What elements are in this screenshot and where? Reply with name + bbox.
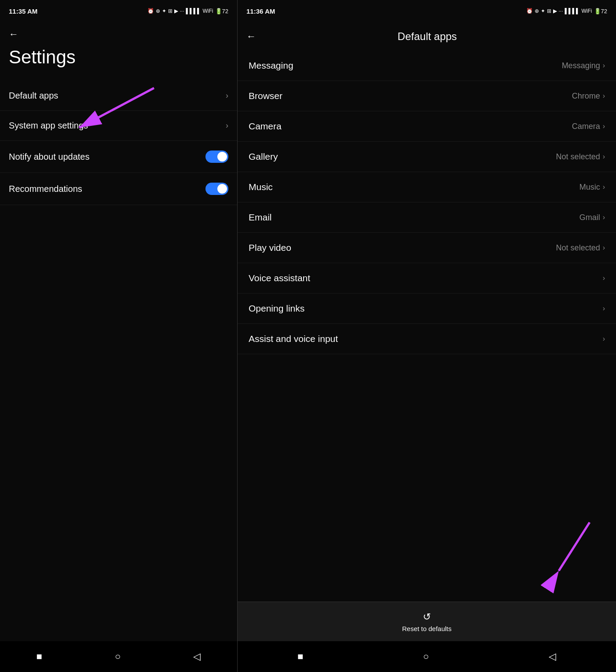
app-item-camera[interactable]: Camera Camera › (238, 111, 616, 142)
app-label-voice-assistant: Voice assistant (249, 273, 310, 283)
alarm-icon: ⏰ (147, 8, 154, 14)
app-value-email: Gmail (579, 213, 600, 222)
chevron-icon-email: › (603, 213, 605, 221)
app-value-music-container: Music › (579, 183, 605, 192)
reset-icon: ↺ (423, 611, 431, 623)
signal-icon: ▌▌▌▌ (186, 8, 201, 14)
app-label-camera: Camera (249, 121, 282, 132)
app-value-opening-links-container: › (603, 305, 605, 312)
nav-bar-left: ■ ○ ◁ (0, 641, 237, 672)
app-item-play-video[interactable]: Play video Not selected › (238, 233, 616, 263)
chevron-icon-camera: › (603, 122, 605, 130)
app-label-play-video: Play video (249, 242, 291, 253)
left-panel: 11:35 AM ⏰ ⊕ ✦ ⊞ ▶ ··· ▌▌▌▌ WiFi 🔋72 ← S… (0, 0, 238, 672)
battery-icon-right: 🔋72 (594, 8, 607, 15)
nav-circle-left[interactable]: ○ (106, 646, 129, 667)
app-item-browser[interactable]: Browser Chrome › (238, 81, 616, 111)
app-item-music[interactable]: Music Music › (238, 172, 616, 202)
cast-icon: ✦ (162, 8, 166, 14)
app-value-browser: Chrome (572, 92, 600, 101)
app-label-assist-voice: Assist and voice input (249, 334, 338, 344)
nav-square-right[interactable]: ■ (289, 646, 312, 667)
app-value-voice-assistant-container: › (603, 274, 605, 282)
app-label-opening-links: Opening links (249, 303, 304, 314)
nav-bar-right: ■ ○ ◁ (238, 641, 616, 672)
bottom-bar-right: ↺ Reset to defaults (238, 602, 616, 641)
chevron-icon-opening-links: › (603, 305, 605, 312)
alarm-icon-r: ⏰ (526, 8, 533, 14)
menu-item-recommendations[interactable]: Recommendations (0, 173, 237, 205)
chevron-icon-play-video: › (603, 244, 605, 252)
apps-list: Messaging Messaging › Browser Chrome › C… (238, 51, 616, 602)
app-value-camera: Camera (572, 122, 600, 131)
app-label-email: Email (249, 212, 272, 223)
app-value-gallery-container: Not selected › (556, 152, 605, 162)
status-icons-right: ⏰ ⊕ ✦ ⊞ ▶ ··· ▌▌▌▌ WiFi 🔋72 (526, 8, 608, 15)
chevron-icon-gallery: › (603, 153, 605, 161)
menu-item-notify-label: Notify about updates (9, 152, 89, 162)
more-icon: ··· (180, 8, 184, 14)
chevron-icon-music: › (603, 183, 605, 191)
chevron-icon-assist-voice: › (603, 335, 605, 343)
right-panel: 11:36 AM ⏰ ⊕ ✦ ⊞ ▶ ··· ▌▌▌▌ WiFi 🔋72 ← D… (238, 0, 616, 672)
settings-title: Settings (0, 42, 237, 81)
app-value-assist-voice-container: › (603, 335, 605, 343)
app-value-email-container: Gmail › (579, 213, 605, 222)
app-label-gallery: Gallery (249, 151, 278, 162)
chevron-icon-system-app: › (226, 121, 228, 130)
nav-circle-right[interactable]: ○ (414, 646, 437, 667)
app-value-messaging: Messaging (562, 61, 600, 70)
menu-item-notify-updates[interactable]: Notify about updates (0, 141, 237, 173)
app-item-messaging[interactable]: Messaging Messaging › (238, 51, 616, 81)
wifi-icon-r: WiFi (582, 8, 592, 14)
back-button-left[interactable]: ← (0, 22, 27, 42)
menu-item-default-apps-label: Default apps (9, 91, 58, 101)
location-icon-r: ⊕ (535, 8, 539, 14)
app-item-assist-voice[interactable]: Assist and voice input › (238, 324, 616, 354)
reset-to-defaults-label[interactable]: Reset to defaults (402, 625, 452, 632)
wifi-icon: WiFi (203, 8, 213, 14)
recommendations-toggle-knob (217, 184, 227, 194)
menu-item-default-apps[interactable]: Default apps › (0, 81, 237, 111)
screenshot-icon-r: ⊞ (547, 8, 551, 14)
app-value-messaging-container: Messaging › (562, 61, 605, 70)
screenshot-icon: ⊞ (168, 8, 172, 14)
chevron-icon-default-apps: › (226, 91, 228, 100)
location-icon: ⊕ (156, 8, 160, 14)
app-item-gallery[interactable]: Gallery Not selected › (238, 142, 616, 172)
menu-item-system-app-label: System app settings (9, 121, 88, 131)
menu-item-recommendations-label: Recommendations (9, 184, 82, 194)
notify-toggle-container (205, 151, 228, 163)
chevron-icon-messaging: › (603, 62, 605, 70)
battery-icon-left: 🔋72 (215, 8, 228, 15)
app-value-browser-container: Chrome › (572, 92, 605, 101)
right-header: ← Default apps (238, 22, 616, 51)
app-value-play-video-container: Not selected › (556, 243, 605, 253)
app-label-messaging: Messaging (249, 60, 293, 71)
app-value-camera-container: Camera › (572, 122, 605, 131)
notify-toggle[interactable] (205, 151, 228, 163)
app-item-opening-links[interactable]: Opening links › (238, 294, 616, 324)
more-icon-r: ··· (559, 8, 563, 14)
nav-triangle-right[interactable]: ◁ (540, 646, 565, 667)
app-label-music: Music (249, 182, 273, 192)
app-value-gallery: Not selected (556, 152, 600, 162)
notify-toggle-knob (217, 152, 227, 162)
nav-triangle-left[interactable]: ◁ (184, 646, 209, 667)
back-button-right[interactable]: ← (246, 31, 256, 42)
app-label-browser: Browser (249, 91, 282, 101)
status-icons-left: ⏰ ⊕ ✦ ⊞ ▶ ··· ▌▌▌▌ WiFi 🔋72 (147, 8, 229, 15)
youtube-icon-r: ▶ (553, 8, 557, 14)
status-bar-left: 11:35 AM ⏰ ⊕ ✦ ⊞ ▶ ··· ▌▌▌▌ WiFi 🔋72 (0, 0, 237, 22)
signal-icon-r: ▌▌▌▌ (565, 8, 580, 14)
cast-icon-r: ✦ (541, 8, 545, 14)
menu-item-system-app[interactable]: System app settings › (0, 111, 237, 141)
nav-square-left[interactable]: ■ (28, 646, 51, 667)
recommendations-toggle-container (205, 183, 228, 195)
app-item-email[interactable]: Email Gmail › (238, 202, 616, 233)
recommendations-toggle[interactable] (205, 183, 228, 195)
app-item-voice-assistant[interactable]: Voice assistant › (238, 263, 616, 294)
chevron-icon-voice-assistant: › (603, 274, 605, 282)
status-time-right: 11:36 AM (246, 7, 275, 15)
status-bar-right: 11:36 AM ⏰ ⊕ ✦ ⊞ ▶ ··· ▌▌▌▌ WiFi 🔋72 (238, 0, 616, 22)
